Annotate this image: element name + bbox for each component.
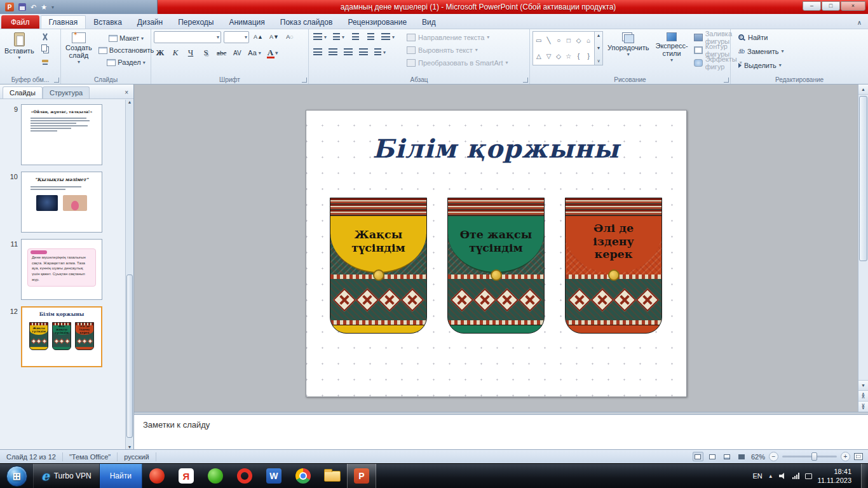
explorer-taskbar-icon[interactable] bbox=[318, 464, 347, 488]
zoom-level[interactable]: 62% bbox=[751, 453, 765, 461]
italic-button[interactable]: К bbox=[169, 47, 182, 58]
network-icon[interactable] bbox=[792, 473, 799, 479]
chrome-taskbar-icon[interactable] bbox=[288, 464, 318, 488]
bullets-button[interactable]: ▾ bbox=[311, 31, 329, 43]
paste-button[interactable]: Вставить ▾ bbox=[3, 31, 36, 62]
scroll-up-icon[interactable]: ▲ bbox=[858, 85, 868, 95]
bag-yellow[interactable]: Жақсы түсіндім bbox=[330, 198, 427, 334]
undo-icon[interactable]: ↶ bbox=[31, 3, 36, 11]
slide-thumbnail-11[interactable]: 11 Дене мүшелеріңнің тазалығын сақта. Жа… bbox=[4, 239, 133, 300]
strikethrough-button[interactable]: abc bbox=[215, 47, 228, 58]
bold-button[interactable]: Ж bbox=[154, 47, 166, 58]
zoom-slider-thumb[interactable] bbox=[811, 452, 817, 461]
language-indicator[interactable]: EN bbox=[752, 472, 762, 480]
zoom-in-button[interactable]: + bbox=[841, 452, 850, 461]
find-button[interactable]: Найти bbox=[737, 31, 865, 43]
tab-review[interactable]: Рецензирование bbox=[340, 15, 414, 29]
slideshow-view-button[interactable] bbox=[736, 452, 747, 461]
turbo-vpn-taskbar-button[interactable]: e Turbo VPN bbox=[33, 464, 100, 488]
clock[interactable]: 18:41 11.11.2023 bbox=[818, 467, 855, 485]
cut-button[interactable] bbox=[39, 31, 51, 43]
paragraph-dialog-launcher[interactable] bbox=[523, 78, 528, 83]
font-dialog-launcher[interactable] bbox=[302, 78, 307, 83]
align-center-button[interactable] bbox=[327, 46, 339, 58]
next-slide-button[interactable]: ∨∨ bbox=[858, 401, 868, 412]
shape-icon[interactable]: { bbox=[574, 53, 583, 60]
arrange-button[interactable]: Упорядочить ▾ bbox=[606, 31, 651, 59]
slide-sorter-view-button[interactable] bbox=[707, 452, 718, 461]
text-direction-button[interactable]: Направление текста▾ bbox=[405, 31, 509, 43]
justify-button[interactable] bbox=[357, 46, 370, 58]
scroll-up-icon[interactable]: ▲ bbox=[128, 100, 132, 104]
slide-title[interactable]: Білім қоржыны bbox=[306, 133, 686, 163]
align-left-button[interactable] bbox=[311, 46, 324, 58]
line-spacing-button[interactable]: ▾ bbox=[379, 31, 397, 43]
shape-icon[interactable]: △ bbox=[534, 53, 543, 60]
columns-button[interactable]: ▾ bbox=[372, 46, 388, 58]
normal-view-button[interactable] bbox=[693, 452, 703, 461]
yandex-taskbar-icon[interactable]: Я bbox=[172, 464, 201, 488]
align-text-button[interactable]: Выровнять текст▾ bbox=[405, 44, 509, 56]
font-color-button[interactable]: А▾ bbox=[266, 47, 280, 58]
volume-icon[interactable] bbox=[779, 473, 787, 479]
tab-slideshow[interactable]: Показ слайдов bbox=[273, 15, 341, 29]
shape-icon[interactable]: ◇ bbox=[554, 53, 563, 60]
tab-view[interactable]: Вид bbox=[414, 15, 444, 29]
copy-button[interactable] bbox=[39, 43, 51, 55]
slides-panel-scrollbar[interactable]: ▲ ▼ bbox=[125, 100, 133, 449]
font-size-combobox[interactable]: ▾ bbox=[224, 31, 249, 43]
new-slide-button[interactable]: Создать слайд ▾ bbox=[64, 31, 94, 67]
numbering-button[interactable]: ▾ bbox=[331, 31, 346, 43]
tab-home[interactable]: Главная bbox=[41, 15, 86, 29]
tab-insert[interactable]: Вставка bbox=[86, 15, 130, 29]
bag-green[interactable]: Өте жақсы түсіндім bbox=[447, 198, 545, 334]
close-panel-icon[interactable]: × bbox=[119, 89, 133, 98]
action-center-icon[interactable] bbox=[805, 473, 812, 479]
underline-button[interactable]: Ч bbox=[184, 47, 197, 58]
format-painter-button[interactable] bbox=[39, 55, 51, 67]
shapes-gallery-scrollbar[interactable]: ▲ ▼ ∨ bbox=[595, 31, 603, 65]
shapes-gallery[interactable]: ▭╲○□◇⌂△▽◇☆{} bbox=[532, 31, 595, 65]
reading-view-button[interactable] bbox=[722, 452, 733, 461]
zoom-slider[interactable] bbox=[782, 456, 837, 458]
tab-animation[interactable]: Анимация bbox=[221, 15, 272, 29]
star-icon[interactable]: ★ bbox=[41, 3, 47, 11]
gallery-down-icon[interactable]: ▼ bbox=[597, 46, 601, 50]
powerpoint-taskbar-icon[interactable]: P bbox=[347, 464, 376, 488]
scrollbar-thumb[interactable] bbox=[859, 96, 867, 261]
save-icon[interactable] bbox=[18, 3, 26, 11]
character-spacing-button[interactable]: AV bbox=[231, 47, 243, 58]
shape-icon[interactable]: ▽ bbox=[544, 53, 553, 60]
bag-red[interactable]: Әлі де іздену керек bbox=[565, 198, 662, 334]
section-button[interactable]: Раздел▾ bbox=[97, 57, 156, 68]
scrollbar-thumb[interactable] bbox=[126, 274, 133, 438]
align-right-button[interactable] bbox=[342, 46, 355, 58]
canvas-scrollbar[interactable]: ▲ ▼ ∧∧ ∨∨ bbox=[858, 85, 868, 412]
show-hidden-icons-button[interactable]: ▲ bbox=[768, 473, 773, 479]
theme-status[interactable]: "Тема Office" bbox=[63, 452, 118, 461]
shape-icon[interactable]: □ bbox=[564, 37, 573, 44]
drawing-dialog-launcher[interactable] bbox=[724, 78, 729, 83]
minimize-button[interactable]: – bbox=[803, 1, 821, 11]
slide-canvas[interactable]: Білім қоржыны Жақсы түсіндім bbox=[134, 85, 858, 412]
gallery-up-icon[interactable]: ▲ bbox=[597, 33, 601, 37]
slide-thumbnail-10[interactable]: 10 "Қызықты мәлімет" bbox=[4, 172, 133, 233]
change-case-button[interactable]: Аа▾ bbox=[246, 47, 263, 58]
find-taskbar-button[interactable]: Найти bbox=[100, 464, 142, 488]
decrease-indent-button[interactable] bbox=[349, 31, 362, 43]
slide-number-status[interactable]: Слайд 12 из 12 bbox=[0, 452, 63, 461]
shape-icon[interactable]: ◇ bbox=[574, 37, 583, 44]
font-name-combobox[interactable]: ▾ bbox=[154, 31, 221, 43]
green-app-taskbar-icon[interactable] bbox=[201, 464, 230, 488]
clipboard-dialog-launcher[interactable] bbox=[54, 78, 59, 83]
scroll-down-icon[interactable]: ▼ bbox=[858, 380, 868, 390]
increase-indent-button[interactable] bbox=[364, 31, 377, 43]
shape-icon[interactable]: ╲ bbox=[544, 37, 553, 44]
tab-transitions[interactable]: Переходы bbox=[170, 15, 221, 29]
language-status[interactable]: русский bbox=[118, 452, 156, 461]
tab-slides-panel[interactable]: Слайды bbox=[3, 86, 43, 98]
show-desktop-button[interactable] bbox=[861, 464, 868, 488]
previous-slide-button[interactable]: ∧∧ bbox=[858, 390, 868, 401]
opera-taskbar-icon[interactable] bbox=[230, 464, 259, 488]
red-app-taskbar-icon[interactable] bbox=[142, 464, 172, 488]
